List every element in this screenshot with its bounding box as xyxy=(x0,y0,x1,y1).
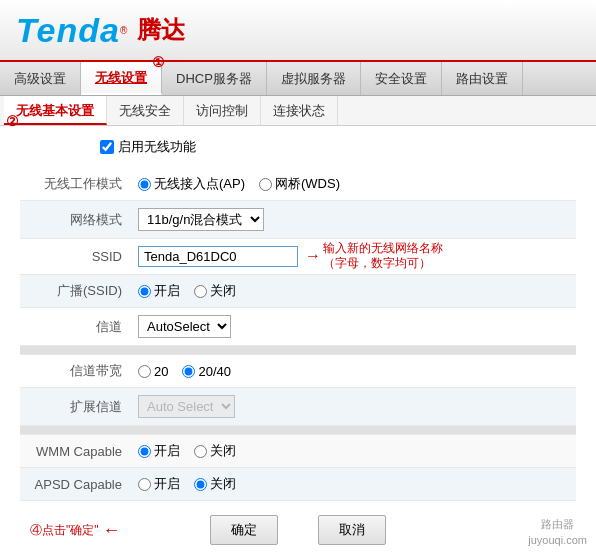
radio-bw-20-label[interactable]: 20 xyxy=(138,364,168,379)
radio-bw-20-text: 20 xyxy=(154,364,168,379)
nav-item-virtual[interactable]: 虚拟服务器 xyxy=(267,62,361,95)
nav-item-wireless[interactable]: 无线设置 xyxy=(81,62,162,95)
value-broadcast: 开启 关闭 xyxy=(130,275,576,308)
radio-wmm-off-text: 关闭 xyxy=(210,442,236,460)
settings-table: 无线工作模式 无线接入点(AP) 网桥(WDS) 网络模式 xyxy=(20,168,576,501)
content-area: 启用无线功能 无线工作模式 无线接入点(AP) 网桥(WDS) xyxy=(0,126,596,555)
value-wireless-mode: 无线接入点(AP) 网桥(WDS) xyxy=(130,168,576,201)
logo: Tenda ® 腾达 xyxy=(16,11,185,50)
sub-nav-item-status[interactable]: 连接状态 xyxy=(261,96,338,125)
radio-group-wireless-mode: 无线接入点(AP) 网桥(WDS) xyxy=(138,175,568,193)
row-wmm: WMM Capable 开启 关闭 xyxy=(20,435,576,468)
radio-broadcast-off-label[interactable]: 关闭 xyxy=(194,282,236,300)
label-network-mode: 网络模式 xyxy=(20,201,130,239)
radio-apsd-off-label[interactable]: 关闭 xyxy=(194,475,236,493)
radio-bw-2040-text: 20/40 xyxy=(198,364,231,379)
row-ext-channel: 扩展信道 Auto Select xyxy=(20,388,576,426)
radio-apsd-on[interactable] xyxy=(138,478,151,491)
label-apsd: APSD Capable xyxy=(20,468,130,501)
radio-apsd-on-label[interactable]: 开启 xyxy=(138,475,180,493)
radio-wds[interactable] xyxy=(259,178,272,191)
radio-broadcast-on-label[interactable]: 开启 xyxy=(138,282,180,300)
radio-ap-text: 无线接入点(AP) xyxy=(154,175,245,193)
label-channel-bw: 信道带宽 xyxy=(20,355,130,388)
value-wmm: 开启 关闭 xyxy=(130,435,576,468)
header: Tenda ® 腾达 xyxy=(0,0,596,62)
sub-nav-item-basic[interactable]: 无线基本设置 xyxy=(4,96,107,125)
value-apsd: 开启 关闭 xyxy=(130,468,576,501)
value-channel-bw: 20 20/40 xyxy=(130,355,576,388)
enable-wireless-row: 启用无线功能 xyxy=(20,138,576,156)
radio-group-apsd: 开启 关闭 xyxy=(138,475,568,493)
sub-nav-item-security[interactable]: 无线安全 xyxy=(107,96,184,125)
radio-apsd-on-text: 开启 xyxy=(154,475,180,493)
label-ext-channel: 扩展信道 xyxy=(20,388,130,426)
main-nav: 高级设置 无线设置 DHCP服务器 虚拟服务器 安全设置 路由设置 xyxy=(0,62,596,96)
radio-bw-2040-label[interactable]: 20/40 xyxy=(182,364,231,379)
label-wireless-mode: 无线工作模式 xyxy=(20,168,130,201)
ssid-hint-text: 输入新的无线网络名称（字母，数字均可） xyxy=(323,241,443,272)
value-ext-channel: Auto Select xyxy=(130,388,576,426)
value-ssid: → 输入新的无线网络名称（字母，数字均可） xyxy=(130,239,576,275)
radio-broadcast-off[interactable] xyxy=(194,285,207,298)
radio-wmm-on-text: 开启 xyxy=(154,442,180,460)
radio-wmm-on[interactable] xyxy=(138,445,151,458)
radio-wmm-on-label[interactable]: 开启 xyxy=(138,442,180,460)
row-network-mode: 网络模式 11b/g/n混合模式 11b模式 11g模式 11n模式 xyxy=(20,201,576,239)
divider-1 xyxy=(20,346,576,355)
row-broadcast: 广播(SSID) 开启 关闭 xyxy=(20,275,576,308)
confirm-button[interactable]: 确定 xyxy=(210,515,278,545)
nav-item-dhcp[interactable]: DHCP服务器 xyxy=(162,62,267,95)
row-ssid: SSID → 输入新的无线网络名称（字母，数字均可） xyxy=(20,239,576,275)
logo-reg: ® xyxy=(120,25,127,36)
select-network-mode[interactable]: 11b/g/n混合模式 11b模式 11g模式 11n模式 xyxy=(138,208,264,231)
radio-group-bw: 20 20/40 xyxy=(138,364,568,379)
sub-nav: 无线基本设置 无线安全 访问控制 连接状态 xyxy=(0,96,596,126)
label-channel: 信道 xyxy=(20,308,130,346)
row-apsd: APSD Capable 开启 关闭 xyxy=(20,468,576,501)
radio-bw-2040[interactable] xyxy=(182,365,195,378)
row-wireless-mode: 无线工作模式 无线接入点(AP) 网桥(WDS) xyxy=(20,168,576,201)
radio-wmm-off-label[interactable]: 关闭 xyxy=(194,442,236,460)
nav-item-security[interactable]: 安全设置 xyxy=(361,62,442,95)
radio-ap[interactable] xyxy=(138,178,151,191)
enable-wireless-checkbox[interactable] xyxy=(100,140,114,154)
row-channel-bw: 信道带宽 20 20/40 xyxy=(20,355,576,388)
action-annotation: ④点击"确定" ← xyxy=(30,520,121,541)
label-wmm: WMM Capable xyxy=(20,435,130,468)
watermark: 路由器juyouqi.com xyxy=(525,516,590,549)
radio-broadcast-off-text: 关闭 xyxy=(210,282,236,300)
action-annot-text: ④点击"确定" xyxy=(30,522,99,539)
cancel-button[interactable]: 取消 xyxy=(318,515,386,545)
logo-tenda-text: Tenda xyxy=(16,11,120,50)
action-area: ④点击"确定" ← 确定 取消 xyxy=(20,501,576,553)
radio-broadcast-on-text: 开启 xyxy=(154,282,180,300)
radio-wds-text: 网桥(WDS) xyxy=(275,175,340,193)
radio-broadcast-on[interactable] xyxy=(138,285,151,298)
action-arrow-icon: ← xyxy=(103,520,121,541)
radio-apsd-off-text: 关闭 xyxy=(210,475,236,493)
divider-2 xyxy=(20,426,576,435)
sub-nav-item-access[interactable]: 访问控制 xyxy=(184,96,261,125)
radio-wds-label[interactable]: 网桥(WDS) xyxy=(259,175,340,193)
row-channel: 信道 AutoSelect 1234 5678 91011 xyxy=(20,308,576,346)
value-network-mode: 11b/g/n混合模式 11b模式 11g模式 11n模式 xyxy=(130,201,576,239)
radio-ap-label[interactable]: 无线接入点(AP) xyxy=(138,175,245,193)
radio-group-wmm: 开启 关闭 xyxy=(138,442,568,460)
enable-wireless-label[interactable]: 启用无线功能 xyxy=(118,138,196,156)
label-broadcast: 广播(SSID) xyxy=(20,275,130,308)
input-ssid[interactable] xyxy=(138,246,298,267)
select-ext-channel[interactable]: Auto Select xyxy=(138,395,235,418)
logo-chinese: 腾达 xyxy=(137,14,185,46)
radio-wmm-off[interactable] xyxy=(194,445,207,458)
radio-group-broadcast: 开启 关闭 xyxy=(138,282,568,300)
value-channel: AutoSelect 1234 5678 91011 xyxy=(130,308,576,346)
ssid-annotation: → 输入新的无线网络名称（字母，数字均可） xyxy=(305,241,443,272)
select-channel[interactable]: AutoSelect 1234 5678 91011 xyxy=(138,315,231,338)
radio-apsd-off[interactable] xyxy=(194,478,207,491)
nav-item-routing[interactable]: 路由设置 xyxy=(442,62,523,95)
label-ssid: SSID xyxy=(20,239,130,275)
nav-item-advanced[interactable]: 高级设置 xyxy=(0,62,81,95)
ssid-arrow-icon: → xyxy=(305,248,321,266)
radio-bw-20[interactable] xyxy=(138,365,151,378)
